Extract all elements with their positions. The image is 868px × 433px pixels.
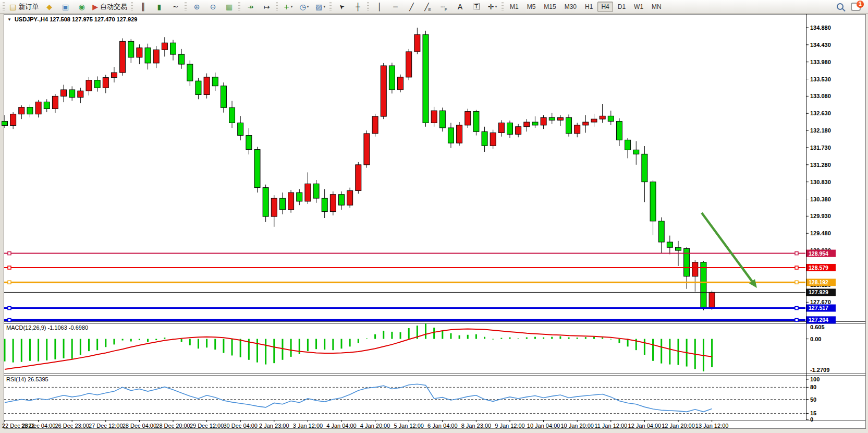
candle-down [625, 140, 631, 150]
timeframe-button-m1[interactable]: M1 [506, 2, 522, 12]
data-window-icon[interactable]: ▣ [58, 1, 73, 13]
candle-down [566, 117, 572, 134]
candle-down [389, 66, 395, 90]
candle-up [364, 134, 370, 165]
templates-button[interactable]: ▨▾ [313, 1, 328, 13]
cursor-icon[interactable]: ➤ [334, 1, 349, 13]
one-click-trading-toggle[interactable]: ▼ [7, 17, 11, 22]
auto-scroll-icon[interactable]: ↠ [243, 1, 258, 13]
zoom-in-icon[interactable]: ⊕ [189, 1, 204, 13]
candle-up [574, 125, 580, 134]
text-icon[interactable]: A [453, 1, 468, 13]
auto-trading-button[interactable]: ▶自动交易 [90, 1, 129, 13]
macd-pane[interactable] [5, 323, 809, 371]
candle-down [128, 41, 134, 57]
chat-icon[interactable]: 1 [851, 3, 861, 11]
candle-down [145, 48, 151, 63]
candle-down [179, 54, 185, 64]
candle-up [516, 127, 521, 135]
candle-down [608, 116, 614, 121]
candle-down [313, 184, 319, 198]
candle-down [633, 150, 639, 154]
candlestick-chart-icon[interactable]: ▮ [152, 1, 167, 13]
timeframe-button-m5[interactable]: M5 [523, 2, 540, 12]
crosshair-icon[interactable]: ┼ [350, 1, 365, 13]
bar-chart-icon[interactable]: ║ [136, 1, 151, 13]
time-tick-label: 3 Jan 12:00 [293, 423, 323, 429]
svg-text:127.517: 127.517 [809, 305, 828, 311]
line-handle [795, 266, 798, 269]
line-handle [8, 281, 11, 284]
candle-up [398, 77, 404, 90]
candle-down [658, 221, 664, 242]
line-handle [8, 318, 11, 321]
indicators-button-dropdown-arrow[interactable]: ▾ [290, 4, 292, 9]
candle-up [583, 122, 589, 125]
candle-up [541, 117, 546, 125]
periods-button[interactable]: ◷▾ [297, 1, 312, 13]
arrows-button-dropdown-arrow[interactable]: ▾ [495, 4, 497, 9]
candle-down [2, 122, 8, 126]
candle-up [406, 52, 412, 77]
tile-windows-icon[interactable]: ▦ [222, 1, 237, 13]
trend-arrow-annotation[interactable] [702, 213, 757, 288]
search-icon[interactable] [837, 3, 843, 10]
svg-text:50: 50 [810, 396, 816, 403]
svg-text:0.00: 0.00 [810, 336, 821, 342]
line-chart-icon[interactable]: ~ [168, 1, 183, 13]
horizontal-line-128.579[interactable] [4, 264, 836, 271]
candle-up [111, 73, 117, 77]
timeframe-button-w1[interactable]: W1 [630, 2, 647, 12]
horizontal-line-128.192[interactable] [4, 279, 836, 286]
svg-text:0: 0 [810, 416, 813, 423]
new-order-button[interactable]: ▤新订单 [7, 1, 41, 13]
candle-down [212, 77, 218, 86]
svg-text:-1.2709: -1.2709 [810, 367, 829, 373]
toolbar-grip-zoom [185, 2, 187, 11]
periods-button-dropdown-arrow[interactable]: ▾ [307, 4, 309, 9]
time-tick-label: 10 Jan 04:00 [527, 423, 560, 429]
timeframe-button-h4[interactable]: H4 [597, 2, 613, 12]
candle-down [263, 188, 268, 216]
metaeditor-icon[interactable]: ◆ [42, 1, 57, 13]
text-label-icon[interactable]: T [469, 1, 484, 13]
toolbar-grip-scroll [238, 2, 240, 11]
candle-down [170, 43, 176, 54]
candle-up [465, 112, 471, 125]
timeframe-button-m30[interactable]: M30 [561, 2, 580, 12]
time-tick-label: 9 Jan 12:00 [495, 423, 525, 429]
time-tick-label: 23 Dec 04:00 [21, 423, 55, 429]
candle-down [650, 182, 656, 221]
timeframe-button-mn[interactable]: MN [648, 2, 665, 12]
chart-shift-icon[interactable]: ↦ [259, 1, 274, 13]
candle-down [701, 262, 706, 308]
rsi-pane[interactable] [4, 379, 809, 419]
candle-up [61, 90, 67, 96]
signals-icon[interactable]: ◉ [74, 1, 89, 13]
svg-text:100: 100 [810, 376, 820, 382]
trendline-icon[interactable]: ╱ [404, 1, 419, 13]
candle-down [254, 150, 260, 188]
time-tick-label: 28 Dec 04:00 [123, 423, 156, 429]
candle-down [229, 107, 235, 123]
candle-up [381, 66, 386, 116]
svg-text:128.579: 128.579 [809, 264, 828, 271]
vertical-line-icon[interactable]: │ [372, 1, 387, 13]
chart-canvas[interactable]: 134.880134.430133.980133.530133.080132.6… [0, 0, 868, 433]
horizontal-line-127.204[interactable] [4, 316, 836, 323]
indicators-button[interactable]: +▾ [280, 1, 296, 13]
timeframe-button-d1[interactable]: D1 [614, 2, 629, 12]
timeframe-button-h1[interactable]: H1 [581, 2, 596, 12]
time-tick-label: 2 Jan 23:00 [259, 423, 289, 429]
equidistant-channel-icon[interactable]: ╱E [420, 1, 435, 13]
fibonacci-icon[interactable]: ┄F [436, 1, 451, 13]
zoom-out-icon[interactable]: ⊖ [205, 1, 221, 13]
horizontal-line-128.954[interactable] [4, 250, 836, 257]
candle-down [187, 64, 193, 81]
ohlc-header-text: USDJPY-,H4 127.508 127.975 127.470 127.9… [15, 16, 137, 22]
candle-up [137, 48, 142, 57]
timeframe-button-m15[interactable]: M15 [540, 2, 559, 12]
horizontal-line-icon[interactable]: ─ [388, 1, 403, 13]
arrows-button[interactable]: ✛▾ [485, 1, 500, 13]
templates-button-dropdown-arrow[interactable]: ▾ [323, 4, 325, 9]
